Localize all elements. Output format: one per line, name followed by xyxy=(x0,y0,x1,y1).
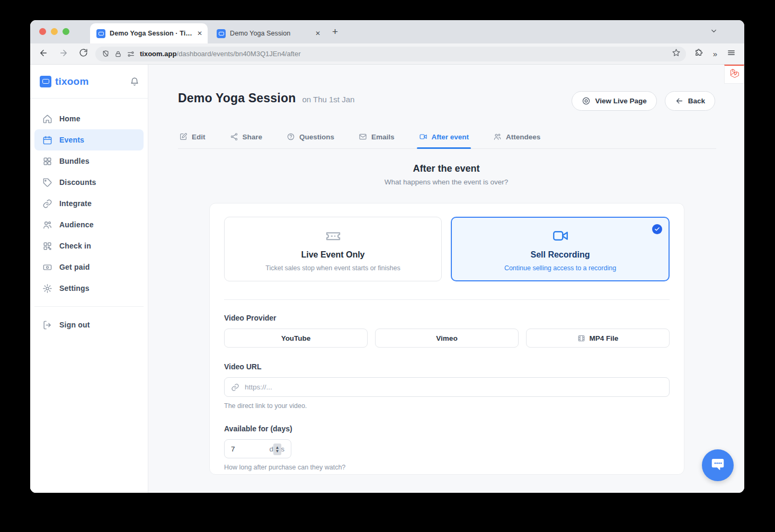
sidebar-item-label: Discounts xyxy=(59,178,96,187)
tab-edit[interactable]: Edit xyxy=(178,127,207,148)
browser-tab-active[interactable]: Demo Yoga Session · Tixoom ✕ xyxy=(90,23,208,43)
event-tab-bar: Edit Share Questions Emails xyxy=(178,127,716,149)
sidebar-item-home[interactable]: Home xyxy=(34,108,144,129)
sidebar-item-audience[interactable]: Audience xyxy=(34,214,144,235)
traffic-light-zoom-icon[interactable] xyxy=(63,28,69,35)
tab-search-chevron-icon[interactable] xyxy=(710,27,718,37)
tab-title: Demo Yoga Session xyxy=(230,30,311,37)
tab-close-icon[interactable]: ✕ xyxy=(315,30,320,37)
sidebar-item-events[interactable]: Events xyxy=(34,129,144,150)
stepper-down-icon[interactable]: ▼ xyxy=(275,449,280,453)
section-heading: After the event xyxy=(148,163,744,174)
option-live-event-only[interactable]: Live Event Only Ticket sales stop when e… xyxy=(224,217,442,281)
provider-youtube-button[interactable]: YouTube xyxy=(224,329,368,348)
tab-attendees[interactable]: Attendees xyxy=(492,127,541,148)
browser-tab-inactive[interactable]: Demo Yoga Session ✕ xyxy=(210,23,326,43)
main-content: Demo Yoga Sessionon Thu 1st Jan View Liv… xyxy=(148,65,744,493)
desktop-background: Demo Yoga Session · Tixoom ✕ Demo Yoga S… xyxy=(0,0,775,532)
bookmark-star-icon[interactable] xyxy=(672,48,681,59)
link-icon xyxy=(42,199,52,209)
provider-vimeo-button[interactable]: Vimeo xyxy=(375,329,519,348)
sidebar-item-discounts[interactable]: Discounts xyxy=(34,172,144,193)
film-icon xyxy=(577,334,585,342)
section-subheading: What happens when the event is over? xyxy=(148,178,744,186)
video-url-help: The direct link to your video. xyxy=(224,402,670,410)
sidebar-item-label: Sign out xyxy=(59,321,90,329)
tixoom-logo-icon xyxy=(40,76,51,87)
lock-icon[interactable] xyxy=(114,50,122,58)
sidebar-item-integrate[interactable]: Integrate xyxy=(34,193,144,214)
sidebar-item-label: Home xyxy=(59,114,81,123)
option-desc: Continue selling access to a recording xyxy=(504,264,616,272)
number-stepper[interactable]: ▲▼ xyxy=(273,444,281,455)
tab-after-event[interactable]: After event xyxy=(418,127,470,148)
sidebar: tixoom Home Events Bundles xyxy=(30,65,148,493)
tag-icon xyxy=(42,178,52,188)
more-extensions-chevrons-icon[interactable]: » xyxy=(713,49,717,58)
tab-questions[interactable]: Questions xyxy=(286,127,335,148)
reload-icon[interactable] xyxy=(79,48,88,59)
new-tab-button[interactable]: + xyxy=(332,26,338,37)
video-camera-icon xyxy=(551,227,569,245)
link-icon xyxy=(231,383,239,392)
sidebar-item-get-paid[interactable]: Get paid xyxy=(34,256,144,278)
selected-check-icon xyxy=(652,224,662,234)
available-days-field[interactable]: 7 days ▲▼ xyxy=(224,439,291,458)
sign-out-icon xyxy=(42,320,52,330)
tab-emails[interactable]: Emails xyxy=(358,127,396,148)
url-bar[interactable]: tixoom.app/dashboard/events/bn40M3Q1JEn4… xyxy=(95,47,686,61)
eye-icon xyxy=(582,96,591,105)
forward-nav-icon[interactable] xyxy=(59,48,68,60)
view-live-page-button[interactable]: View Live Page xyxy=(572,91,656,111)
event-date: on Thu 1st Jan xyxy=(302,95,354,104)
site-settings-sliders-icon[interactable] xyxy=(127,50,135,58)
grid-icon xyxy=(42,156,52,166)
back-button[interactable]: Back xyxy=(665,91,715,111)
laravel-logo-icon xyxy=(728,68,740,82)
notifications-bell-icon[interactable] xyxy=(130,77,139,86)
provider-label: MP4 File xyxy=(590,334,619,342)
sidebar-item-settings[interactable]: Settings xyxy=(34,278,144,299)
provider-mp4-button[interactable]: MP4 File xyxy=(526,329,670,348)
provider-label: YouTube xyxy=(281,334,311,342)
back-nav-icon[interactable] xyxy=(39,48,48,60)
tab-close-icon[interactable]: ✕ xyxy=(197,30,202,37)
tixoom-favicon-icon xyxy=(217,29,226,38)
video-url-field[interactable] xyxy=(224,377,670,397)
arrow-left-icon xyxy=(675,96,684,105)
content-blocker-icon[interactable] xyxy=(102,50,110,58)
sidebar-item-bundles[interactable]: Bundles xyxy=(34,150,144,172)
laravel-debugbar[interactable] xyxy=(724,65,744,84)
available-days-value[interactable]: 7 xyxy=(231,445,269,453)
url-text[interactable]: tixoom.app/dashboard/events/bn40M3Q1JEn4… xyxy=(140,50,670,58)
page-title: Demo Yoga Session xyxy=(178,91,296,105)
browser-menu-icon[interactable] xyxy=(727,48,736,59)
sidebar-item-label: Integrate xyxy=(59,199,92,208)
sidebar-item-check-in[interactable]: Check in xyxy=(34,235,144,256)
qr-code-icon xyxy=(42,241,52,251)
traffic-light-minimize-icon[interactable] xyxy=(51,28,58,35)
option-title: Live Event Only xyxy=(301,250,364,260)
browser-toolbar: tixoom.app/dashboard/events/bn40M3Q1JEn4… xyxy=(30,43,744,65)
after-event-panel: Live Event Only Ticket sales stop when e… xyxy=(209,203,684,475)
option-title: Sell Recording xyxy=(530,250,590,260)
video-url-input[interactable] xyxy=(245,383,663,391)
sidebar-item-label: Events xyxy=(59,136,84,144)
option-sell-recording[interactable]: Sell Recording Continue selling access t… xyxy=(451,217,670,281)
tab-label: Attendees xyxy=(506,133,540,141)
tixoom-logo-text[interactable]: tixoom xyxy=(55,76,88,87)
calendar-icon xyxy=(42,135,52,145)
sidebar-item-sign-out[interactable]: Sign out xyxy=(34,314,144,335)
page-body: tixoom Home Events Bundles xyxy=(30,65,744,493)
traffic-light-close-icon[interactable] xyxy=(39,28,46,35)
video-provider-label: Video Provider xyxy=(224,314,670,322)
extensions-puzzle-icon[interactable] xyxy=(694,48,703,59)
tab-label: After event xyxy=(432,133,469,141)
chat-widget-button[interactable] xyxy=(702,449,734,481)
banknote-icon xyxy=(42,262,52,272)
home-icon xyxy=(42,114,52,124)
sidebar-item-label: Settings xyxy=(59,284,90,292)
sidebar-item-label: Get paid xyxy=(59,263,90,271)
back-label: Back xyxy=(688,97,705,105)
tab-share[interactable]: Share xyxy=(229,127,264,148)
